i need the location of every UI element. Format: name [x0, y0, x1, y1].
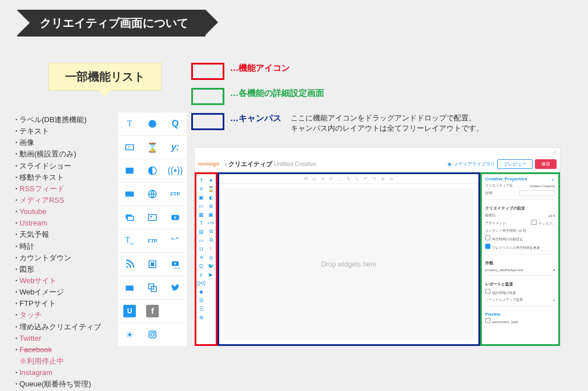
mini-image-icon[interactable]: ▣ [196, 193, 206, 201]
feature-item: 時計 [19, 241, 34, 252]
mini-touch-icon[interactable]: ⧉ [206, 227, 216, 236]
svg-rect-14 [151, 263, 154, 266]
blank2-icon [164, 323, 187, 346]
streaming-icon[interactable]: ((•)) [164, 159, 187, 182]
icon-palette: TQ T⌛y: ((•)) FTP TccFTP YouTube Uf ☀ [118, 112, 187, 346]
preview-button[interactable]: プレビュー [497, 159, 533, 169]
feature-item: メディアRSS [19, 195, 65, 206]
feature-item: Instagram [19, 367, 53, 378]
mini-extra1-icon[interactable]: ◆ [196, 287, 206, 296]
mini-label-icon[interactable]: ⧈ [196, 184, 206, 193]
camera-icon[interactable]: ◉ [448, 162, 452, 167]
mini-yt-icon[interactable]: ▶ [206, 270, 216, 279]
ftp2-icon[interactable]: FTP [141, 229, 164, 252]
feature-item: カウントダウン [19, 252, 71, 264]
mini-shape-icon[interactable]: ◐ [206, 193, 216, 201]
movingtext-icon[interactable]: Tcc [118, 229, 141, 252]
svg-point-22 [154, 332, 155, 333]
mini-web-icon[interactable]: ⊕ [206, 201, 216, 210]
editor-header: novisign ‹ クリエイティブ Untitled Creative ◉ メ… [195, 156, 560, 172]
countdown-icon[interactable]: ⌛ [141, 136, 164, 159]
canvas[interactable]: Drop widgets here [224, 188, 474, 340]
close-icon[interactable]: × [554, 150, 557, 155]
mini-ustream-icon[interactable]: U [196, 244, 206, 253]
website-icon[interactable] [141, 183, 164, 205]
mini-extra2-icon[interactable]: ⊟ [196, 296, 206, 304]
ustream-icon[interactable]: U [118, 300, 141, 323]
shape-icon[interactable] [141, 159, 164, 182]
mini-yam-icon[interactable]: y [196, 270, 206, 279]
mini-webimg-icon[interactable]: ▣ [206, 210, 216, 219]
properties-panel: Creative Properties⌄ クリエイティブ名:Untitled C… [480, 172, 560, 346]
properties-title[interactable]: Creative Properties⌄ [485, 176, 555, 182]
rss-icon[interactable] [118, 253, 141, 276]
mini-fb-icon[interactable]: f [206, 244, 216, 253]
feature-item: Webサイト [19, 275, 57, 287]
feature-item: Youtube [19, 206, 46, 217]
mini-extra3-icon[interactable]: ☰ [196, 304, 206, 313]
yammer-icon[interactable]: y: [164, 136, 187, 159]
ftp-icon[interactable]: FTP [164, 183, 187, 205]
mini-clock-icon[interactable]: ● [206, 176, 216, 184]
green-swatch [191, 88, 224, 105]
clock-icon[interactable] [141, 112, 164, 135]
page-title: クリエイティブ画面について [17, 10, 206, 37]
red-swatch [191, 63, 224, 80]
mini-q-icon[interactable]: Q [196, 261, 206, 270]
feature-item: Webイメージ [19, 287, 65, 298]
mini-icon-rail: T● ⧈⌛ ▣◐ ▭⊕ ▦▣ TFTP ▤⧉ ▭⧉ Uf ☀◎ Q🐦 y▶ ((… [195, 172, 218, 346]
svg-point-0 [148, 120, 156, 128]
mini-rss-icon[interactable]: ▤ [196, 227, 206, 236]
feature-list-callout: 一部機能リスト [49, 63, 162, 91]
weather-icon[interactable]: ☀ [118, 323, 141, 346]
logo: novisign [198, 161, 219, 167]
feature-item: RSSフィード [19, 183, 65, 195]
feature-item: 埋め込みクリエイティブ [19, 321, 101, 333]
mini-extra4-icon[interactable]: ⊕ [196, 313, 206, 321]
mini-ig-icon[interactable]: ◎ [206, 253, 216, 261]
webimage-icon[interactable] [141, 206, 164, 229]
svg-point-12 [126, 266, 128, 268]
feature-item: 移動テキスト [19, 172, 64, 183]
embed-icon[interactable] [141, 276, 164, 299]
feature-item: Queue(順番待ち管理) [19, 378, 91, 390]
mediarss-icon[interactable] [118, 276, 141, 299]
canvas-toolbar: ⧉▭⧈↺⬚✎⤡↶↷⊕⊖ [219, 174, 478, 184]
legend-blue-note: ここに機能アイコンをドラッグアンドドロップで配置。 キャンパス内のレイアウトは全… [291, 113, 484, 134]
mini-text-icon[interactable]: T [196, 176, 206, 184]
mini-stream-icon[interactable]: ((•)) [196, 279, 206, 287]
feature-item: 天気予報 [19, 229, 49, 240]
breadcrumb[interactable]: ‹ クリエイティブ Untitled Creative [225, 160, 316, 168]
mini-embed-icon[interactable]: ⧉ [206, 236, 216, 244]
facebook-icon[interactable]: f [141, 300, 164, 323]
video-icon[interactable] [118, 183, 141, 205]
feature-item: 動画(横設置のみ) [19, 148, 76, 160]
feature-item: FTPサイト [19, 298, 56, 309]
youtube2-icon[interactable]: YouTube [164, 253, 187, 276]
save-button[interactable]: 保存 [535, 159, 557, 169]
mini-moving-icon[interactable]: T [196, 219, 206, 227]
twitter-icon[interactable] [164, 229, 187, 252]
touch-icon[interactable] [141, 253, 164, 276]
mini-slide-icon[interactable]: ▦ [196, 210, 206, 219]
mini-ftp-icon[interactable]: FTP [206, 219, 216, 227]
desc-input[interactable] [519, 190, 555, 196]
media-library-link[interactable]: メディアライブラリ [454, 161, 495, 167]
instagram-icon[interactable] [141, 323, 164, 346]
twitter2-icon[interactable] [164, 276, 187, 299]
queue-icon[interactable]: Q [164, 112, 187, 135]
mini-countdown-icon[interactable]: ⌛ [206, 184, 216, 193]
mini-weather-icon[interactable]: ☀ [196, 253, 206, 261]
mini-video-icon[interactable]: ▭ [196, 201, 206, 210]
mini-mrss-icon[interactable]: ▭ [196, 236, 206, 244]
label-icon[interactable]: T [118, 136, 141, 159]
mini-tw-icon[interactable]: 🐦 [206, 261, 216, 270]
svg-point-21 [151, 333, 154, 336]
svg-rect-3 [126, 168, 134, 174]
image-icon[interactable] [118, 159, 141, 182]
slideshow-icon[interactable] [118, 206, 141, 229]
text-icon[interactable]: T [118, 112, 141, 135]
svg-rect-17 [126, 285, 134, 291]
svg-rect-9 [148, 215, 156, 221]
youtube-icon[interactable] [164, 206, 187, 229]
